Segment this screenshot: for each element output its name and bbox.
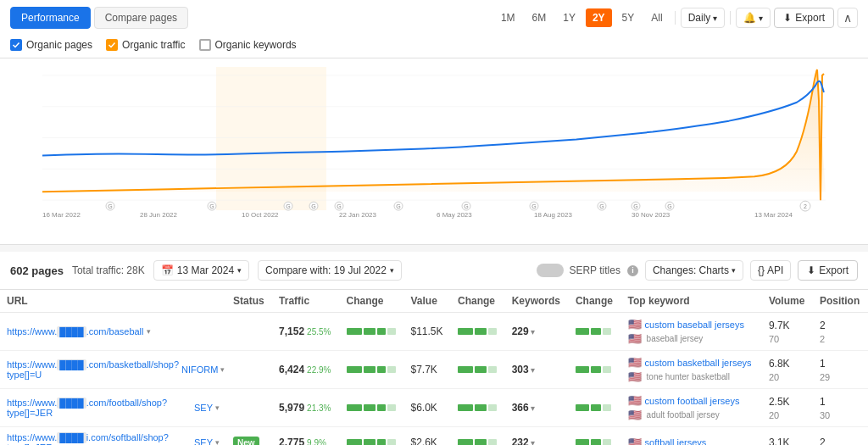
- compare-date-btn[interactable]: Compare with: 19 Jul 2022 ▾: [258, 260, 402, 281]
- svg-text:30 Nov 2023: 30 Nov 2023: [632, 211, 670, 219]
- time-6m[interactable]: 6M: [526, 8, 554, 27]
- cell-status: [226, 351, 272, 389]
- volume-2: 20: [769, 410, 806, 420]
- position-1: 2: [820, 437, 861, 445]
- api-icon: {}: [758, 264, 765, 276]
- cell-change-value: [451, 351, 505, 389]
- chevron-icon: ▾: [215, 403, 220, 412]
- bar-positive-2: [364, 439, 376, 445]
- url-link[interactable]: https://www.████.com/baseball ▾: [7, 326, 220, 337]
- legend-organic-pages[interactable]: Organic pages: [10, 39, 92, 51]
- time-5y[interactable]: 5Y: [615, 8, 642, 27]
- keyword-arrow[interactable]: ▾: [531, 365, 535, 375]
- bar-k3: [603, 366, 611, 373]
- col-value: Value: [404, 290, 451, 313]
- tab-compare-pages[interactable]: Compare pages: [94, 7, 188, 29]
- changes-btn[interactable]: Changes: Charts ▾: [645, 260, 743, 281]
- svg-text:13 Mar 2024: 13 Mar 2024: [754, 211, 793, 219]
- cell-value: $6.0K: [404, 389, 451, 427]
- keyword-link-1[interactable]: custom basketball jerseys: [645, 358, 752, 368]
- url-link[interactable]: https://www.████.com/basketball/shop?typ…: [7, 359, 220, 380]
- bar-positive: [347, 404, 362, 411]
- keyword-link-1[interactable]: custom baseball jerseys: [645, 320, 744, 330]
- keyword-arrow[interactable]: ▾: [531, 438, 535, 445]
- url-text: https://www.████i.com/softball/shop?type…: [7, 432, 192, 445]
- keyword-link-1[interactable]: custom football jerseys: [645, 396, 740, 406]
- api-btn[interactable]: {} API: [750, 260, 791, 281]
- chevron-down-icon-changes: ▾: [732, 266, 736, 275]
- time-all[interactable]: All: [644, 8, 669, 27]
- bar-v2: [475, 366, 487, 373]
- keyword-arrow[interactable]: ▾: [531, 327, 535, 337]
- svg-text:18 Aug 2023: 18 Aug 2023: [534, 211, 572, 219]
- table-row: https://www.████.com/baseball ▾ 7,15225.…: [0, 313, 868, 351]
- filter-bar: 602 pages Total traffic: 28K 📅 13 Mar 20…: [0, 252, 868, 290]
- cell-url: https://www.████.com/baseball ▾: [0, 313, 226, 351]
- bar-positive: [347, 328, 362, 335]
- cell-position: 1 30: [813, 389, 868, 427]
- bar-v3: [488, 439, 497, 445]
- collapse-btn[interactable]: ∧: [837, 8, 858, 28]
- checkbox-organic-pages[interactable]: [10, 39, 22, 51]
- flag-icon-2: 🇺🇸: [628, 332, 642, 345]
- legend-organic-traffic[interactable]: Organic traffic: [106, 39, 185, 51]
- flag-icon-2: 🇺🇸: [628, 409, 642, 421]
- bar-group-3: [576, 366, 615, 373]
- legend-organic-keywords[interactable]: Organic keywords: [199, 39, 297, 51]
- svg-text:2: 2: [804, 203, 807, 209]
- cell-change-keywords: [569, 389, 621, 427]
- svg-text:G: G: [311, 203, 315, 209]
- export-btn-bottom[interactable]: ⬇ Export: [798, 260, 858, 281]
- checkbox-organic-traffic[interactable]: [106, 39, 118, 51]
- cell-position: 1 29: [813, 351, 868, 389]
- filter-right: SERP titles i Changes: Charts ▾ {} API ⬇…: [537, 260, 858, 281]
- changes-label: Changes: Charts: [653, 264, 729, 276]
- bar-neutral: [387, 404, 396, 411]
- keyword-count: 366: [512, 402, 529, 414]
- table-row: https://www.████.com/basketball/shop?typ…: [0, 351, 868, 389]
- keyword-count: 232: [512, 437, 529, 445]
- url-link[interactable]: https://www.████i.com/softball/shop?type…: [7, 432, 220, 445]
- cell-keywords: 303▾: [505, 351, 569, 389]
- keyword-arrow[interactable]: ▾: [531, 403, 535, 413]
- interval-dropdown[interactable]: Daily ▾: [681, 8, 726, 28]
- url-text-2: SEY: [194, 437, 213, 445]
- cell-change-value: [451, 313, 505, 351]
- table-row: https://www.████.com/football/shop?type[…: [0, 389, 868, 427]
- volume-2: 20: [769, 372, 806, 382]
- export-label: Export: [795, 12, 825, 24]
- cell-change-keywords: [569, 313, 621, 351]
- tab-performance[interactable]: Performance: [10, 7, 91, 29]
- time-1m[interactable]: 1M: [494, 8, 522, 27]
- traffic-value: 2,775: [279, 437, 304, 445]
- bar-group-3: [576, 328, 615, 335]
- kw-item-2: 🇺🇸 adult football jersey: [628, 409, 755, 421]
- bar-group-2: [458, 328, 498, 335]
- bar-neutral: [387, 366, 396, 373]
- cell-change-keywords: [569, 351, 621, 389]
- time-1y[interactable]: 1Y: [556, 8, 582, 27]
- legend-label-pages: Organic pages: [26, 39, 92, 51]
- volume-1: 2.5K: [769, 396, 806, 408]
- url-link[interactable]: https://www.████.com/football/shop?type[…: [7, 398, 220, 418]
- kw-item-1: 🇺🇸 softball jerseys: [628, 437, 755, 446]
- keyword-link-1[interactable]: softball jerseys: [645, 437, 707, 445]
- position-2: 2: [820, 334, 861, 344]
- traffic-value: 5,979: [279, 402, 304, 414]
- checkbox-organic-keywords[interactable]: [199, 39, 211, 51]
- date-picker[interactable]: 📅 13 Mar 2024 ▾: [153, 260, 249, 281]
- col-change-3: Change: [569, 290, 621, 313]
- serp-toggle[interactable]: [537, 264, 564, 277]
- bar-group-3: [576, 404, 615, 411]
- svg-text:G: G: [209, 203, 214, 209]
- table-row: https://www.████i.com/softball/shop?type…: [0, 427, 868, 446]
- keyword-secondary: adult football jersey: [647, 410, 720, 420]
- time-2y[interactable]: 2Y: [586, 8, 612, 27]
- bell-btn[interactable]: 🔔 ▾: [736, 8, 771, 28]
- export-button[interactable]: ⬇ Export: [774, 8, 834, 28]
- bottom-panel: 602 pages Total traffic: 28K 📅 13 Mar 20…: [0, 252, 868, 445]
- cell-keywords: 229▾: [505, 313, 569, 351]
- top-panel: Performance Compare pages 1M 6M 1Y 2Y 5Y…: [0, 0, 868, 58]
- volume-1: 9.7K: [769, 320, 806, 331]
- bar-k3: [603, 328, 611, 335]
